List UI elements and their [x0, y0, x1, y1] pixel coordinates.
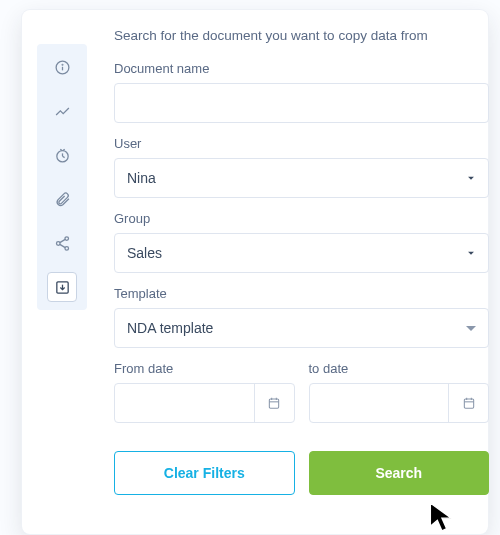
group-select[interactable]: Sales [114, 233, 489, 273]
user-select[interactable]: Nina [114, 158, 489, 198]
search-form: Search for the document you want to copy… [114, 28, 489, 495]
search-card: Search for the document you want to copy… [22, 10, 488, 534]
cursor-icon [428, 500, 456, 535]
search-button[interactable]: Search [309, 451, 490, 495]
svg-point-9 [56, 241, 60, 245]
download-box-icon[interactable] [47, 272, 77, 302]
attachment-icon[interactable] [47, 184, 77, 214]
to-date-input[interactable] [309, 383, 490, 423]
share-icon[interactable] [47, 228, 77, 258]
calendar-icon[interactable] [448, 384, 488, 422]
from-date-label: From date [114, 361, 295, 376]
clock-icon[interactable] [47, 140, 77, 170]
svg-point-10 [64, 246, 68, 250]
form-heading: Search for the document you want to copy… [114, 28, 489, 43]
template-label: Template [114, 286, 489, 301]
svg-line-5 [62, 156, 64, 157]
sidebar [37, 44, 87, 310]
svg-line-12 [59, 244, 64, 247]
svg-line-11 [59, 239, 64, 242]
clear-filters-button[interactable]: Clear Filters [114, 451, 295, 495]
from-date-input[interactable] [114, 383, 295, 423]
svg-point-2 [62, 64, 63, 65]
user-label: User [114, 136, 489, 151]
svg-rect-19 [464, 399, 473, 408]
info-icon[interactable] [47, 52, 77, 82]
svg-point-8 [64, 236, 68, 240]
template-select[interactable]: NDA template [114, 308, 489, 348]
activity-icon[interactable] [47, 96, 77, 126]
caret-down-icon [466, 326, 476, 331]
doc-name-input[interactable] [114, 83, 489, 123]
doc-name-label: Document name [114, 61, 489, 76]
to-date-label: to date [309, 361, 490, 376]
calendar-icon[interactable] [254, 384, 294, 422]
template-value: NDA template [127, 320, 213, 336]
group-label: Group [114, 211, 489, 226]
svg-rect-15 [269, 399, 278, 408]
